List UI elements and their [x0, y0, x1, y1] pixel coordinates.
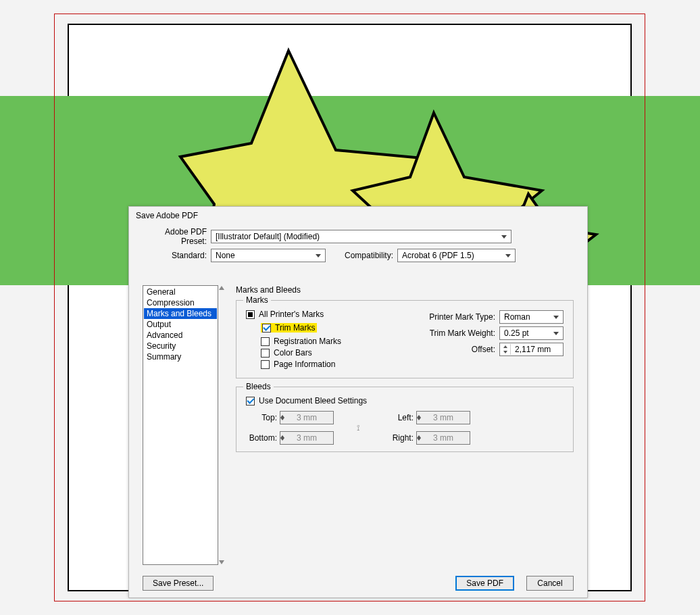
compat-select[interactable]: Acrobat 6 (PDF 1.5) [397, 249, 516, 262]
trim-mark-weight-label: Trim Mark Weight: [430, 328, 495, 338]
registration-marks-checkbox[interactable]: Registration Marks [261, 337, 408, 346]
bleed-right-label: Right: [382, 433, 414, 443]
panel: Marks and Bleeds Marks All Printer's Mar… [236, 285, 574, 566]
chevron-down-icon [553, 332, 559, 335]
bleed-right-spinner: 3 mm [416, 431, 470, 445]
standard-select[interactable]: None [211, 249, 326, 262]
save-pdf-dialog: Save Adobe PDF Adobe PDF Preset: [Illust… [128, 206, 588, 598]
sidebar: GeneralCompressionMarks and BleedsOutput… [143, 285, 218, 565]
bleed-top-spinner: 3 mm [280, 411, 334, 424]
sidebar-item-marks-and-bleeds[interactable]: Marks and Bleeds [144, 308, 217, 319]
printer-mark-type-select[interactable]: Roman [499, 310, 564, 324]
bleeds-legend: Bleeds [243, 382, 274, 391]
sidebar-item-advanced[interactable]: Advanced [144, 330, 217, 341]
sidebar-item-compression[interactable]: Compression [144, 297, 217, 308]
trim-mark-weight-select[interactable]: 0.25 pt [499, 326, 564, 340]
compat-value: Acrobat 6 (PDF 1.5) [402, 251, 474, 260]
checkbox-icon [261, 337, 270, 346]
standard-label: Standard: [143, 251, 207, 260]
standard-value: None [216, 251, 235, 260]
scroll-down-icon[interactable] [219, 560, 224, 564]
compat-label: Compatibility: [332, 251, 393, 260]
checkbox-icon [261, 360, 270, 369]
spinner-down-icon [417, 438, 421, 441]
cancel-button[interactable]: Cancel [526, 576, 574, 591]
spinner-down-icon [417, 418, 421, 420]
sidebar-item-summary[interactable]: Summary [144, 351, 217, 362]
bleed-bottom-label: Bottom: [246, 433, 277, 443]
scroll-up-icon[interactable] [219, 286, 224, 290]
checkbox-checked-icon [246, 397, 255, 405]
offset-label: Offset: [472, 345, 495, 354]
chevron-down-icon [316, 254, 321, 257]
bleed-left-label: Left: [382, 413, 414, 422]
sidebar-item-general[interactable]: General [144, 287, 217, 297]
checkbox-icon [261, 349, 270, 358]
trim-marks-checkbox[interactable]: Trim Marks [261, 323, 317, 333]
spinner-up-icon[interactable] [501, 344, 510, 349]
spinner-down-icon [280, 438, 284, 441]
bleed-top-label: Top: [246, 413, 277, 422]
chevron-down-icon [553, 316, 559, 319]
marks-fieldset: Marks All Printer's Marks [236, 300, 574, 378]
bleeds-fieldset: Bleeds Use Document Bleed Settings Top: [236, 387, 574, 452]
chevron-down-icon [501, 235, 507, 239]
sidebar-scrollbar[interactable] [218, 286, 224, 564]
dialog-title: Save Adobe PDF [129, 207, 587, 223]
link-icon: ⟟ [357, 423, 359, 433]
bleed-left-spinner: 3 mm [416, 411, 470, 424]
bleed-bottom-spinner: 3 mm [280, 431, 334, 445]
marks-legend: Marks [243, 295, 271, 305]
save-preset-button[interactable]: Save Preset... [143, 576, 214, 591]
color-bars-checkbox[interactable]: Color Bars [261, 348, 408, 358]
use-document-bleed-checkbox[interactable]: Use Document Bleed Settings [246, 396, 564, 405]
page-information-checkbox[interactable]: Page Information [261, 360, 408, 369]
save-pdf-button[interactable]: Save PDF [455, 576, 514, 591]
preset-value: [Illustrator Default] (Modified) [216, 232, 320, 241]
preset-label: Adobe PDF Preset: [143, 227, 207, 246]
checkbox-indeterminate-icon [246, 310, 255, 319]
spinner-down-icon [280, 418, 284, 420]
sidebar-item-output[interactable]: Output [144, 319, 217, 330]
offset-spinner[interactable]: 2,117 mm [499, 343, 564, 356]
sidebar-item-security[interactable]: Security [144, 341, 217, 351]
all-printers-marks-checkbox[interactable]: All Printer's Marks [246, 310, 408, 319]
chevron-down-icon [505, 254, 511, 257]
panel-title: Marks and Bleeds [236, 285, 574, 295]
printer-mark-type-label: Printer Mark Type: [429, 312, 495, 322]
checkbox-checked-icon [262, 324, 271, 333]
spinner-down-icon[interactable] [501, 349, 510, 355]
preset-select[interactable]: [Illustrator Default] (Modified) [211, 230, 511, 243]
